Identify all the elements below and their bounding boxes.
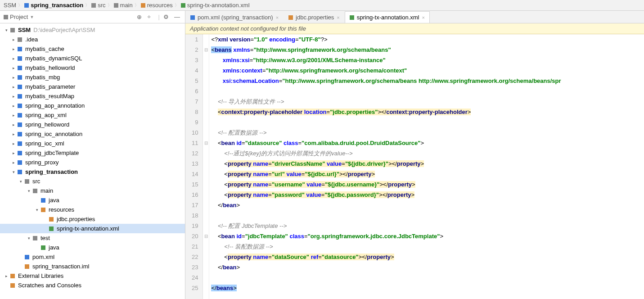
code-line[interactable]: <!-- 装配数据源 --> <box>211 241 644 252</box>
tree-row-mybatis_resultMap[interactable]: ▸mybatis_resultMap <box>0 91 185 101</box>
hide-icon[interactable]: — <box>174 14 181 21</box>
code-line[interactable]: </beans> <box>211 283 644 293</box>
tree-row-test[interactable]: ▾test <box>0 233 185 243</box>
expand-arrow-icon[interactable]: ▸ <box>11 75 16 80</box>
code-line[interactable]: <bean id="datasource" class="com.alibaba… <box>211 138 644 148</box>
code-line[interactable] <box>211 272 644 283</box>
code-editor[interactable]: 1234567891011121314151617181920212223242… <box>185 34 644 299</box>
locate-icon[interactable]: ⊕ <box>137 14 144 21</box>
close-icon[interactable]: × <box>276 15 279 20</box>
tree-row-spring_helloword[interactable]: ▸spring_helloword <box>0 120 185 129</box>
code-line[interactable]: <context:property-placeholder location="… <box>211 107 644 117</box>
code-line[interactable] <box>211 86 644 96</box>
expand-arrow-icon[interactable]: ▸ <box>11 47 16 51</box>
expand-arrow-icon[interactable]: ▸ <box>11 94 16 99</box>
code-line[interactable]: </bean> <box>211 262 644 272</box>
expand-arrow-icon[interactable]: ▸ <box>11 160 16 165</box>
expand-arrow-icon[interactable]: ▸ <box>11 104 16 108</box>
code-line[interactable]: <!-- 导入外部属性文件 --> <box>211 96 644 107</box>
expand-arrow-icon[interactable]: ▾ <box>26 189 32 193</box>
expand-arrow-icon[interactable]: ▸ <box>11 132 16 136</box>
tree-row-java[interactable]: java <box>0 243 185 252</box>
tree-row-spring_jdbcTemplate[interactable]: ▸spring_jdbcTemplate <box>0 148 185 158</box>
breadcrumb-item[interactable]: spring_transaction <box>31 2 83 9</box>
tree-row-spring_aop_xml[interactable]: ▸spring_aop_xml <box>0 110 185 120</box>
code-line[interactable]: <property name="url" value="${jdbc.url}"… <box>211 169 644 179</box>
tree-row-src[interactable]: ▾src <box>0 177 185 186</box>
mod-icon <box>18 75 22 80</box>
tree-root[interactable]: ▾ SSM D:\ideaPorject\Apr\SSM <box>0 25 185 35</box>
expand-arrow-icon[interactable]: ▸ <box>11 85 16 89</box>
tree-row-jdbc-properties[interactable]: jdbc.properties <box>0 214 185 224</box>
tree-row-mybatis_parameter[interactable]: ▸mybatis_parameter <box>0 82 185 91</box>
tree-row-pom-xml[interactable]: pom.xml <box>0 252 185 262</box>
close-icon[interactable]: × <box>337 15 339 20</box>
tree-row-mybatis_cache[interactable]: ▸mybatis_cache <box>0 44 185 54</box>
tree-row-mybatis_dynamicSQL[interactable]: ▸mybatis_dynamicSQL <box>0 54 185 63</box>
code-line[interactable]: xsi:schemaLocation="http://www.springfra… <box>211 76 644 86</box>
code-line[interactable]: <property name="driverClassName" value="… <box>211 159 644 169</box>
editor-tab[interactable]: jdbc.properties× <box>284 11 345 23</box>
expand-arrow-icon[interactable]: ▾ <box>18 179 23 184</box>
expand-arrow-icon[interactable]: ▸ <box>11 113 16 118</box>
tree-row-java[interactable]: java <box>0 195 185 205</box>
code-line[interactable]: <?xml version="1.0" encoding="UTF-8"?> <box>211 34 644 45</box>
breadcrumb-item[interactable]: SSM <box>4 2 16 9</box>
tree-row-spring_aop_annotation[interactable]: ▸spring_aop_annotation <box>0 101 185 110</box>
code-line[interactable]: <!-- 配置数据源 --> <box>211 127 644 138</box>
code-line[interactable]: <!-- 配置 JdbcTemplate --> <box>211 221 644 231</box>
collapse-icon[interactable]: ÷ <box>148 14 155 21</box>
tree-row-spring_transaction[interactable]: ▾spring_transaction <box>0 167 185 177</box>
tree-row-spring_ioc_annotation[interactable]: ▸spring_ioc_annotation <box>0 129 185 139</box>
expand-arrow-icon[interactable]: ▸ <box>11 37 16 42</box>
expand-arrow-icon[interactable]: ▾ <box>11 170 16 174</box>
breadcrumb-item[interactable]: main <box>120 2 133 9</box>
code-line[interactable] <box>211 210 644 221</box>
breadcrumb-item[interactable]: spring-tx-annotation.xml <box>187 2 250 9</box>
expand-arrow-icon[interactable]: ▾ <box>26 236 32 240</box>
code-line[interactable] <box>211 117 644 127</box>
context-warning-bar[interactable]: Application context not configured for t… <box>185 23 644 34</box>
tree-row-spring_proxy[interactable]: ▸spring_proxy <box>0 158 185 167</box>
tree-row-mybatis_mbg[interactable]: ▸mybatis_mbg <box>0 72 185 82</box>
code-line[interactable]: <bean id="jdbcTemplate" class="org.sprin… <box>211 231 644 241</box>
editor-tab[interactable]: spring-tx-annotation.xml× <box>345 11 430 23</box>
tree-label: mybatis_resultMap <box>25 93 74 100</box>
tree-row-spring-tx-annotation-xml[interactable]: spring-tx-annotation.xml <box>0 224 185 233</box>
editor-tabs: pom.xml (spring_transaction)×jdbc.proper… <box>185 11 644 23</box>
expand-arrow-icon[interactable]: ▸ <box>11 66 16 70</box>
code-line[interactable]: <!--通过${key}的方式访问外部属性文件的value--> <box>211 148 644 159</box>
code-line[interactable]: <beans xmlns="http://www.springframework… <box>211 45 644 55</box>
tree-row-main[interactable]: ▾main <box>0 186 185 195</box>
expand-arrow-icon[interactable]: ▸ <box>11 151 16 155</box>
tree-row-spring_ioc_xml[interactable]: ▸spring_ioc_xml <box>0 139 185 148</box>
expand-arrow-icon[interactable]: ▾ <box>34 208 40 212</box>
close-icon[interactable]: × <box>422 15 425 20</box>
tree-row--idea[interactable]: ▸.idea <box>0 35 185 44</box>
gear-icon[interactable]: ⚙ <box>163 14 171 21</box>
editor-tab[interactable]: pom.xml (spring_transaction)× <box>185 11 284 23</box>
expand-arrow-icon[interactable]: ▸ <box>11 56 16 61</box>
breadcrumb-item[interactable]: resources <box>147 2 173 9</box>
tree-row-spring_transaction-iml[interactable]: spring_transaction.iml <box>0 262 185 271</box>
expand-arrow-icon[interactable]: ▸ <box>4 274 9 278</box>
expand-arrow-icon[interactable]: ▾ <box>4 28 9 32</box>
code-line[interactable]: <property name="username" value="${jdbc.… <box>211 179 644 190</box>
code-line[interactable]: <property name="dataSource" ref="datasou… <box>211 252 644 262</box>
breadcrumb-item[interactable]: src <box>98 2 105 9</box>
tree-row-resources[interactable]: ▾resources <box>0 205 185 214</box>
project-view-selector[interactable]: Project ▼ <box>4 14 34 20</box>
tree-row-mybatis_helloworld[interactable]: ▸mybatis_helloworld <box>0 63 185 72</box>
code-line[interactable]: xmlns:context="http://www.springframewor… <box>211 65 644 76</box>
breadcrumb[interactable]: SSM 〉 spring_transaction 〉 src 〉 main 〉 … <box>0 0 644 11</box>
code-line[interactable]: xmlns:xsi="http://www.w3.org/2001/XMLSch… <box>211 55 644 65</box>
tree-label: mybatis_dynamicSQL <box>25 55 82 62</box>
external-libraries[interactable]: ▸ External Libraries <box>0 271 185 281</box>
fold-column[interactable]: ⊟⊟⊟ <box>203 34 209 299</box>
expand-arrow-icon[interactable]: ▸ <box>11 141 16 146</box>
scratches[interactable]: Scratches and Consoles <box>0 281 185 290</box>
project-tree[interactable]: ▾ SSM D:\ideaPorject\Apr\SSM ▸.idea▸myba… <box>0 23 185 299</box>
code-line[interactable]: <property name="password" value="${jdbc.… <box>211 190 644 200</box>
expand-arrow-icon[interactable]: ▸ <box>11 122 16 127</box>
code-line[interactable]: </bean> <box>211 200 644 210</box>
